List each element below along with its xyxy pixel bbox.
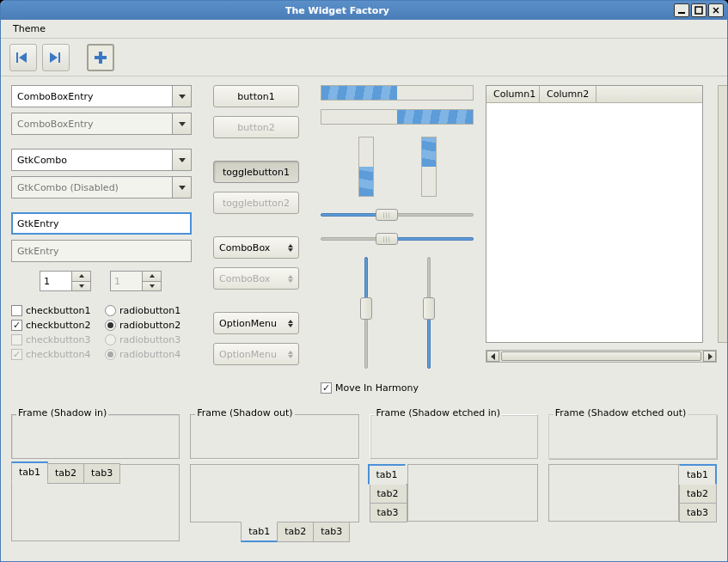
tab-right-3[interactable]: tab3 xyxy=(679,503,717,522)
column-treeview: Column1 Column2 xyxy=(486,85,717,394)
spinbutton-disabled-input xyxy=(110,271,143,291)
notebook-bottom: tab1 tab2 tab3 xyxy=(190,464,358,541)
updown-icon xyxy=(288,275,293,283)
notebook-top: tab1 tab2 tab3 xyxy=(11,464,180,541)
hscale-1[interactable] xyxy=(321,207,474,223)
frame-shadow-out: Frame (Shadow out) xyxy=(190,407,358,459)
tab-left-3[interactable]: tab3 xyxy=(370,503,407,522)
goto-last-button[interactable] xyxy=(42,44,70,71)
vscale-2[interactable] xyxy=(421,257,437,369)
slider-thumb[interactable] xyxy=(376,233,398,245)
updown-icon xyxy=(288,351,293,358)
toolbar xyxy=(1,39,727,76)
svg-marker-10 xyxy=(491,353,495,360)
checkbox-checked-icon xyxy=(321,382,332,394)
close-button[interactable] xyxy=(708,3,724,17)
vprogress-2-fill xyxy=(422,137,436,167)
slider-thumb[interactable] xyxy=(360,297,372,320)
column-inputs: checkbutton1 radiobutton1 checkbutton2 r… xyxy=(11,85,192,394)
tab-top-3[interactable]: tab3 xyxy=(83,463,120,484)
spin-down-disabled xyxy=(143,282,162,292)
hscale-2[interactable] xyxy=(321,231,474,247)
frame-shadow-etched-out: Frame (Shadow etched out) xyxy=(548,407,717,459)
window-title: The Widget Factory xyxy=(1,5,674,16)
checkbox-checked-icon xyxy=(11,320,22,331)
tab-top-1[interactable]: tab1 xyxy=(11,461,48,482)
slider-thumb[interactable] xyxy=(376,209,398,221)
column-header-2[interactable]: Column2 xyxy=(540,86,596,102)
vprogress-1-fill xyxy=(359,167,373,196)
button1[interactable]: button1 xyxy=(213,85,299,107)
radio-disabled-checked-icon xyxy=(105,349,116,360)
svg-marker-11 xyxy=(708,353,713,360)
horizontal-scrollbar[interactable] xyxy=(486,350,717,363)
progressbar-rtl xyxy=(321,109,474,125)
minimize-button[interactable] xyxy=(674,3,689,17)
gtkcombo-dropdown[interactable] xyxy=(173,149,192,171)
spin-up-disabled xyxy=(143,271,162,282)
comboboxentry-disabled-input xyxy=(11,113,173,135)
add-button[interactable] xyxy=(87,44,114,71)
togglebutton1[interactable]: togglebutton1 xyxy=(213,161,299,183)
radiobutton2[interactable]: radiobutton2 xyxy=(105,320,192,331)
combobox[interactable]: ComboBox xyxy=(213,236,299,259)
comboboxentry-dropdown[interactable] xyxy=(173,85,192,107)
move-in-harmony[interactable]: Move In Harmony xyxy=(321,382,474,394)
progressbar-rtl-fill xyxy=(397,110,473,124)
treeview-header: Column1 Column2 xyxy=(486,86,702,103)
radio-icon xyxy=(105,305,116,316)
combobox-disabled: ComboBox xyxy=(213,267,299,290)
goto-last-icon xyxy=(48,52,64,64)
column-buttons: button1 button2 togglebutton1 togglebutt… xyxy=(204,85,309,394)
svg-rect-7 xyxy=(58,52,60,63)
notebook-left: tab1 tab2 tab3 xyxy=(370,464,538,522)
tab-right-1[interactable]: tab1 xyxy=(679,464,717,485)
vscale-1[interactable] xyxy=(358,257,374,369)
gtkentry[interactable] xyxy=(11,212,192,235)
updown-icon xyxy=(288,244,293,252)
spin-up[interactable] xyxy=(72,271,91,282)
vertical-scrollbar[interactable] xyxy=(718,85,728,343)
tab-bottom-2[interactable]: tab2 xyxy=(277,522,314,542)
tab-top-2[interactable]: tab2 xyxy=(47,463,84,484)
gtkcombo xyxy=(11,149,192,171)
svg-rect-0 xyxy=(678,12,685,14)
comboboxentry-input[interactable] xyxy=(11,85,173,107)
treeview-body[interactable] xyxy=(486,103,702,342)
tab-bottom-1[interactable]: tab1 xyxy=(241,522,278,542)
spinbutton xyxy=(40,271,93,291)
scrollbar-thumb[interactable] xyxy=(501,351,701,361)
maximize-button[interactable] xyxy=(691,3,707,17)
optionmenu[interactable]: OptionMenu xyxy=(213,312,299,334)
goto-first-button[interactable] xyxy=(9,44,37,71)
optionmenu-disabled: OptionMenu xyxy=(213,343,299,365)
menu-theme[interactable]: Theme xyxy=(6,21,52,36)
spin-down[interactable] xyxy=(72,282,91,292)
gtkcombo-disabled-input xyxy=(11,176,173,199)
checkbutton2[interactable]: checkbutton2 xyxy=(11,320,98,331)
gtkcombo-disabled-dropdown xyxy=(173,176,192,199)
slider-thumb[interactable] xyxy=(423,297,435,320)
radiobutton1[interactable]: radiobutton1 xyxy=(105,305,192,316)
gtkcombo-disabled xyxy=(11,176,192,199)
spinbutton-input[interactable] xyxy=(40,271,72,291)
progressbar-ltr xyxy=(321,85,474,101)
tab-left-2[interactable]: tab2 xyxy=(370,484,407,504)
scroll-left-button[interactable] xyxy=(486,351,499,362)
progressbar-ltr-fill xyxy=(321,86,397,100)
treeview[interactable]: Column1 Column2 xyxy=(486,85,703,343)
tab-bottom-3[interactable]: tab3 xyxy=(313,522,350,542)
svg-rect-9 xyxy=(95,56,107,59)
column-header-1[interactable]: Column1 xyxy=(486,86,540,102)
svg-rect-4 xyxy=(16,52,18,63)
comboboxentry-disabled xyxy=(11,113,192,135)
tab-left-1[interactable]: tab1 xyxy=(368,464,406,485)
titlebar: The Widget Factory xyxy=(1,1,727,20)
button2: button2 xyxy=(213,116,299,138)
scroll-right-button[interactable] xyxy=(703,351,716,362)
gtkcombo-input[interactable] xyxy=(11,149,173,171)
spinbutton-disabled xyxy=(110,271,163,291)
tab-right-2[interactable]: tab2 xyxy=(679,484,717,504)
frames-row: Frame (Shadow in) Frame (Shadow out) Fra… xyxy=(1,402,727,464)
checkbutton1[interactable]: checkbutton1 xyxy=(11,305,98,316)
